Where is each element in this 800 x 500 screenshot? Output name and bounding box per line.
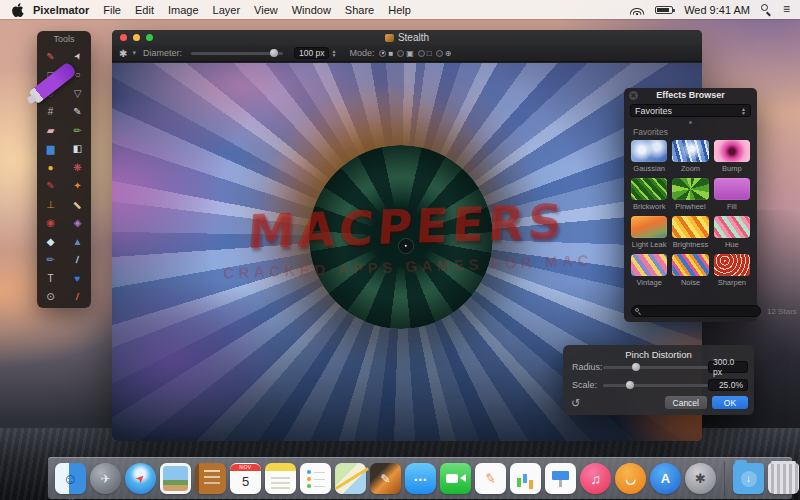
effect-bump-thumbnail[interactable] xyxy=(714,140,750,162)
effect-fill-thumbnail[interactable] xyxy=(714,178,750,200)
tool-blue-pencil[interactable]: ✏ xyxy=(37,251,64,270)
dock-photos-icon[interactable] xyxy=(160,463,191,494)
mode-option-intersect[interactable]: ⊕ xyxy=(436,49,452,58)
diameter-slider[interactable] xyxy=(191,52,283,55)
tool-drop[interactable]: ◆ xyxy=(37,232,64,251)
dock-finder-icon[interactable]: ☺ xyxy=(55,463,86,494)
radius-slider[interactable] xyxy=(603,366,708,369)
minimize-button[interactable] xyxy=(133,34,140,41)
tool-eraser[interactable]: ▰ xyxy=(37,121,64,140)
effect-lightleak-thumbnail[interactable] xyxy=(631,216,667,238)
notification-center-icon[interactable]: ≡ xyxy=(783,4,790,15)
diameter-value-field[interactable]: 100 px xyxy=(294,47,330,59)
effect-sharpen[interactable]: Sharpen xyxy=(714,254,750,289)
tool-stamp[interactable]: ⊥ xyxy=(37,195,64,214)
dock-maps-icon[interactable] xyxy=(335,463,366,494)
scale-slider[interactable] xyxy=(603,384,708,387)
dock-ibooks-icon[interactable]: ◡ xyxy=(615,463,646,494)
tool-pencil[interactable]: ✏ xyxy=(64,121,91,140)
dock-downloads-icon[interactable]: ↓ xyxy=(733,463,764,494)
tool-bandage[interactable]: ▬ xyxy=(64,195,91,214)
effect-gaussian[interactable]: Gaussian xyxy=(631,140,667,175)
dock-launchpad-icon[interactable]: ✈ xyxy=(90,463,121,494)
dock-pixelmator-icon[interactable]: ✎ xyxy=(370,463,401,494)
effect-brightness-thumbnail[interactable] xyxy=(672,216,708,238)
menu-item-share[interactable]: Share xyxy=(345,4,374,16)
panel-close-icon[interactable]: ✕ xyxy=(629,91,638,100)
effect-hue-thumbnail[interactable] xyxy=(714,216,750,238)
effect-vintage-thumbnail[interactable] xyxy=(631,254,667,276)
mode-option-add[interactable]: ▣ xyxy=(397,49,414,58)
ok-button[interactable]: OK xyxy=(712,396,748,409)
effect-noise[interactable]: Noise xyxy=(672,254,708,289)
tool-shape[interactable]: ▆ xyxy=(37,140,64,159)
mode-radio-intersect[interactable] xyxy=(436,50,443,57)
menu-item-edit[interactable]: Edit xyxy=(135,4,154,16)
menu-clock[interactable]: Wed 9:41 AM xyxy=(684,4,750,16)
effects-search-input[interactable] xyxy=(631,305,761,317)
menu-item-file[interactable]: File xyxy=(103,4,121,16)
tool-spray[interactable]: ❋ xyxy=(64,158,91,177)
menu-item-view[interactable]: View xyxy=(254,4,278,16)
cancel-button[interactable]: Cancel xyxy=(665,396,707,409)
battery-icon[interactable] xyxy=(655,6,673,14)
effect-zoom[interactable]: Zoom xyxy=(672,140,708,175)
tool-zoom-tool[interactable]: ⊙ xyxy=(37,288,64,307)
menu-app-name[interactable]: Pixelmator xyxy=(33,4,89,16)
window-titlebar[interactable]: Stealth xyxy=(112,30,702,45)
dock-itunes-icon[interactable]: ♫ xyxy=(580,463,611,494)
dock-contacts-icon[interactable] xyxy=(195,463,226,494)
dock-sysprefs-icon[interactable]: ✱ xyxy=(685,463,716,494)
scale-value-field[interactable]: 25.0% xyxy=(708,379,748,391)
dock-pages-icon[interactable]: ✎ xyxy=(475,463,506,494)
dock-trash-icon[interactable] xyxy=(768,463,799,494)
spotlight-icon[interactable] xyxy=(761,4,772,15)
tool-heart[interactable]: ♥ xyxy=(64,269,91,288)
dock-reminders-icon[interactable] xyxy=(300,463,331,494)
menu-item-image[interactable]: Image xyxy=(168,4,199,16)
gear-caret-icon[interactable]: ▾ xyxy=(132,49,136,57)
mode-option-normal[interactable]: ■ xyxy=(379,49,393,58)
tool-brush[interactable]: ✎ xyxy=(37,177,64,196)
mode-option-subtract[interactable]: □ xyxy=(418,49,432,58)
tool-smudge[interactable]: / xyxy=(64,251,91,270)
dock-calendar-icon[interactable]: NOV5 xyxy=(230,463,261,494)
zoom-button[interactable] xyxy=(146,34,153,41)
gear-icon[interactable]: ✱ xyxy=(119,48,127,59)
tool-poly-lasso[interactable]: ▽ xyxy=(64,84,91,103)
effect-pinwheel[interactable]: Pinwheel xyxy=(672,178,708,213)
dock-keynote-icon[interactable] xyxy=(545,463,576,494)
mode-radio-normal[interactable] xyxy=(379,50,386,57)
menu-item-layer[interactable]: Layer xyxy=(213,4,241,16)
apple-menu[interactable] xyxy=(12,3,25,16)
effect-brightness[interactable]: Brightness xyxy=(672,216,708,251)
effect-lightleak[interactable]: Light Leak xyxy=(631,216,667,251)
effect-fill[interactable]: Fill xyxy=(714,178,750,213)
effect-noise-thumbnail[interactable] xyxy=(672,254,708,276)
dock-notes-icon[interactable] xyxy=(265,463,296,494)
tool-sharpen-tool[interactable]: ▲ xyxy=(64,232,91,251)
reset-icon[interactable]: ↺ xyxy=(571,398,580,408)
diameter-stepper[interactable]: ▲▼ xyxy=(331,49,336,57)
effect-vintage[interactable]: Vintage xyxy=(631,254,667,289)
tool-eyedropper[interactable]: ✎ xyxy=(64,103,91,122)
effect-hue[interactable]: Hue xyxy=(714,216,750,251)
effect-brickwork-thumbnail[interactable] xyxy=(631,178,667,200)
tool-patch[interactable]: ◈ xyxy=(64,214,91,233)
effect-zoom-thumbnail[interactable] xyxy=(672,140,708,162)
panel-handle[interactable] xyxy=(689,121,692,124)
effect-brickwork[interactable]: Brickwork xyxy=(631,178,667,213)
mode-radio-add[interactable] xyxy=(397,50,404,57)
effect-bump[interactable]: Bump xyxy=(714,140,750,175)
tool-crop[interactable]: # xyxy=(37,103,64,122)
wifi-icon[interactable] xyxy=(629,4,644,15)
tool-flame[interactable]: ✦ xyxy=(64,177,91,196)
tool-paint[interactable]: ✎ xyxy=(37,47,64,66)
menu-item-window[interactable]: Window xyxy=(292,4,331,16)
effects-browser-titlebar[interactable]: ✕ Effects Browser xyxy=(624,88,757,102)
close-button[interactable] xyxy=(120,34,127,41)
menu-item-help[interactable]: Help xyxy=(388,4,411,16)
tool-slice[interactable]: / xyxy=(64,288,91,307)
dock-facetime-icon[interactable] xyxy=(440,463,471,494)
tool-paint-bucket[interactable]: ◧ xyxy=(64,140,91,159)
